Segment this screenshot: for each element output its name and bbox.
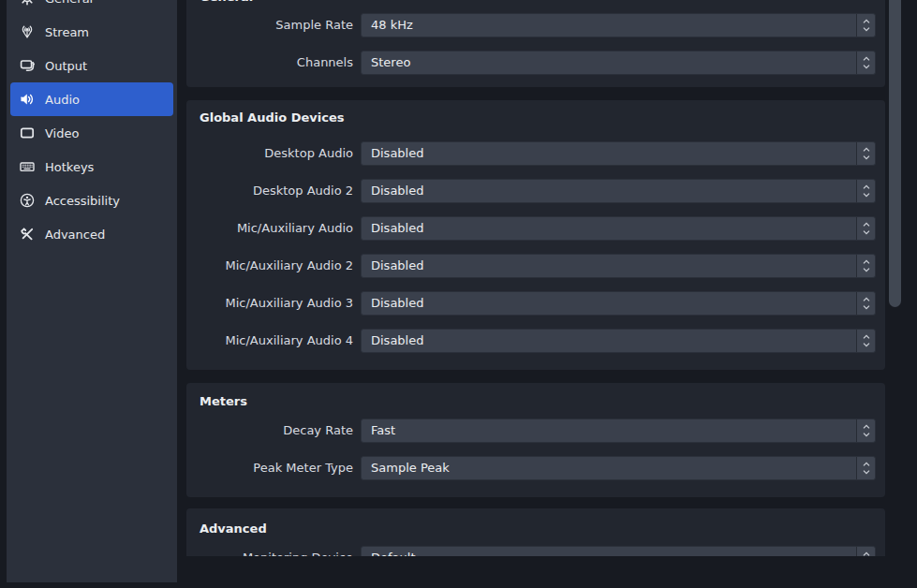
sidebar-item-stream[interactable]: Stream bbox=[10, 15, 173, 49]
combobox-spinner bbox=[856, 51, 875, 74]
combobox-value: Disabled bbox=[371, 217, 423, 240]
desktop-audio-2-combobox[interactable]: Disabled bbox=[361, 179, 876, 203]
chevron-down-icon[interactable] bbox=[862, 154, 871, 161]
chevron-down-icon[interactable] bbox=[862, 267, 871, 273]
setting-row-sample-rate: Sample Rate 48 kHz bbox=[186, 13, 885, 37]
tools-icon bbox=[19, 227, 35, 243]
setting-label: Peak Meter Type bbox=[186, 456, 353, 480]
chevron-up-icon[interactable] bbox=[862, 222, 871, 228]
mic-aux-audio-3-combobox[interactable]: Disabled bbox=[361, 291, 876, 316]
setting-row-mic-aux-audio-3: Mic/Auxiliary Audio 3 Disabled bbox=[186, 291, 885, 316]
monitoring-device-combobox[interactable]: Default bbox=[361, 546, 876, 556]
setting-label: Monitoring Device bbox=[186, 546, 353, 556]
settings-scroll-area: General Sample Rate 48 kHz Channels Ster… bbox=[178, 0, 917, 556]
chevron-up-icon[interactable] bbox=[862, 147, 871, 154]
sidebar-item-label: Advanced bbox=[45, 228, 105, 242]
chevron-down-icon[interactable] bbox=[862, 432, 871, 438]
combobox-spinner bbox=[856, 292, 875, 315]
chevron-up-icon[interactable] bbox=[862, 297, 871, 303]
sidebar-item-general[interactable]: General bbox=[10, 0, 173, 15]
mic-aux-audio-4-combobox[interactable]: Disabled bbox=[361, 329, 876, 353]
channels-combobox[interactable]: Stereo bbox=[361, 51, 876, 75]
sidebar-item-advanced[interactable]: Advanced bbox=[10, 217, 173, 251]
sidebar-item-label: Output bbox=[45, 59, 87, 73]
combobox-spinner bbox=[856, 330, 875, 352]
chevron-up-icon[interactable] bbox=[862, 184, 871, 191]
display-icon bbox=[19, 125, 35, 141]
chevron-down-icon[interactable] bbox=[862, 342, 871, 348]
combobox-value: Default bbox=[371, 547, 416, 556]
chevron-up-icon[interactable] bbox=[862, 259, 871, 266]
setting-label: Desktop Audio bbox=[186, 141, 353, 166]
combobox-value: Sample Peak bbox=[371, 457, 450, 479]
sidebar-item-video[interactable]: Video bbox=[10, 116, 173, 150]
combobox-value: Disabled bbox=[371, 292, 423, 315]
chevron-down-icon[interactable] bbox=[862, 26, 871, 33]
combobox-spinner bbox=[856, 457, 875, 479]
settings-sidebar: General Stream Output bbox=[7, 0, 177, 582]
sidebar-item-output[interactable]: Output bbox=[10, 49, 173, 82]
combobox-value: Disabled bbox=[371, 330, 423, 352]
setting-row-desktop-audio-2: Desktop Audio 2 Disabled bbox=[186, 179, 885, 203]
speaker-icon bbox=[19, 92, 35, 108]
chevron-down-icon[interactable] bbox=[862, 64, 871, 70]
chevron-down-icon[interactable] bbox=[862, 469, 871, 476]
sidebar-item-hotkeys[interactable]: Hotkeys bbox=[10, 150, 173, 184]
section-general: General Sample Rate 48 kHz Channels Ster… bbox=[186, 0, 885, 87]
setting-row-decay-rate: Decay Rate Fast bbox=[186, 419, 885, 443]
section-advanced: Advanced Monitoring Device Default bbox=[186, 508, 885, 556]
combobox-spinner bbox=[856, 255, 875, 277]
sample-rate-combobox[interactable]: 48 kHz bbox=[361, 13, 876, 37]
mic-aux-audio-2-combobox[interactable]: Disabled bbox=[361, 254, 876, 278]
setting-label: Mic/Auxiliary Audio 4 bbox=[186, 329, 353, 353]
chevron-down-icon[interactable] bbox=[862, 192, 871, 198]
chevron-up-icon[interactable] bbox=[862, 462, 871, 468]
sidebar-item-label: Audio bbox=[45, 93, 80, 107]
combobox-spinner bbox=[856, 14, 875, 37]
chevron-up-icon[interactable] bbox=[862, 424, 871, 431]
setting-row-peak-meter-type: Peak Meter Type Sample Peak bbox=[186, 456, 885, 480]
combobox-spinner bbox=[856, 547, 875, 556]
combobox-spinner bbox=[856, 142, 875, 165]
sidebar-item-audio[interactable]: Audio bbox=[10, 82, 173, 116]
section-global-audio-devices: Global Audio Devices Desktop Audio Disab… bbox=[186, 100, 885, 370]
combobox-value: Stereo bbox=[371, 51, 410, 74]
setting-label: Desktop Audio 2 bbox=[186, 179, 353, 203]
combobox-value: Disabled bbox=[371, 255, 423, 277]
setting-row-mic-aux-audio-2: Mic/Auxiliary Audio 2 Disabled bbox=[186, 254, 885, 278]
combobox-value: Disabled bbox=[371, 180, 423, 202]
sidebar-item-label: Hotkeys bbox=[45, 160, 94, 174]
sidebar-item-accessibility[interactable]: Accessibility bbox=[10, 184, 173, 217]
gear-icon bbox=[19, 0, 35, 7]
setting-label: Channels bbox=[186, 51, 353, 75]
combobox-spinner bbox=[856, 419, 875, 442]
setting-row-mic-aux-audio: Mic/Auxiliary Audio Disabled bbox=[186, 216, 885, 241]
sidebar-item-label: Stream bbox=[45, 25, 89, 39]
setting-row-mic-aux-audio-4: Mic/Auxiliary Audio 4 Disabled bbox=[186, 329, 885, 353]
combobox-value: Disabled bbox=[371, 142, 423, 165]
section-title: Advanced bbox=[200, 522, 267, 537]
chevron-up-icon[interactable] bbox=[862, 19, 871, 25]
chevron-down-icon[interactable] bbox=[862, 304, 871, 311]
sidebar-item-label: General bbox=[45, 0, 93, 6]
combobox-value: 48 kHz bbox=[371, 14, 413, 37]
chevron-up-icon[interactable] bbox=[862, 551, 871, 557]
chevron-down-icon[interactable] bbox=[862, 229, 871, 236]
setting-row-desktop-audio: Desktop Audio Disabled bbox=[186, 141, 885, 166]
chevron-up-icon[interactable] bbox=[862, 334, 871, 341]
setting-label: Sample Rate bbox=[186, 13, 353, 37]
setting-row-monitoring-device: Monitoring Device Default bbox=[186, 546, 885, 556]
section-title: Global Audio Devices bbox=[200, 110, 344, 125]
keyboard-icon bbox=[19, 159, 35, 175]
vertical-scrollbar-thumb[interactable] bbox=[889, 0, 901, 307]
combobox-value: Fast bbox=[371, 419, 395, 442]
decay-rate-combobox[interactable]: Fast bbox=[361, 419, 876, 443]
setting-label: Mic/Auxiliary Audio bbox=[186, 216, 353, 241]
setting-label: Decay Rate bbox=[186, 419, 353, 443]
peak-meter-type-combobox[interactable]: Sample Peak bbox=[361, 456, 876, 480]
mic-aux-audio-combobox[interactable]: Disabled bbox=[361, 216, 876, 241]
desktop-audio-combobox[interactable]: Disabled bbox=[361, 141, 876, 166]
screen-share-icon bbox=[19, 58, 35, 74]
setting-label: Mic/Auxiliary Audio 2 bbox=[186, 254, 353, 278]
chevron-up-icon[interactable] bbox=[862, 56, 871, 63]
